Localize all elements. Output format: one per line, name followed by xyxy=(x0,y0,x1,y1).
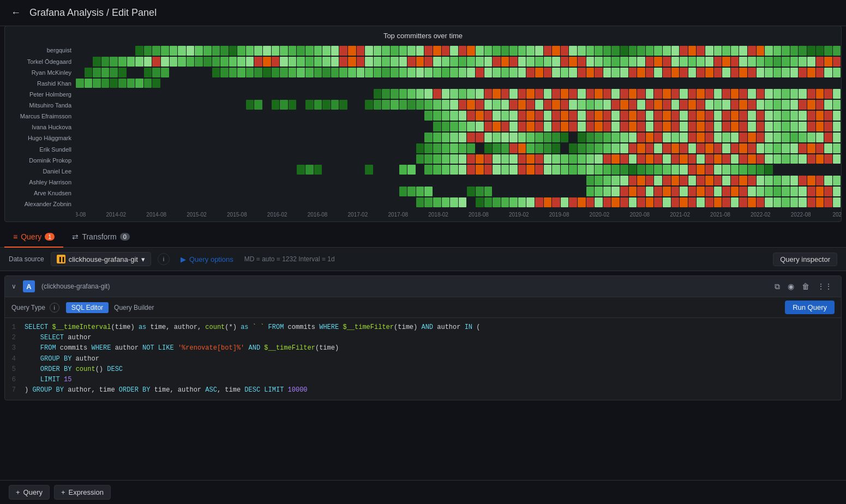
query-inspector-button[interactable]: Query inspector xyxy=(773,253,837,266)
heatmap-cell xyxy=(450,79,458,88)
heatmap-cell xyxy=(365,133,373,142)
query-type-info-button[interactable]: i xyxy=(50,303,59,313)
heatmap-cell xyxy=(697,165,705,175)
heatmap-cell xyxy=(459,68,467,77)
heatmap-cell xyxy=(357,187,365,196)
more-options-button[interactable]: ⋮⋮ xyxy=(815,281,835,292)
label-arve: Arve Knudsen xyxy=(5,190,71,197)
datasource-select[interactable]: ▐▐ clickhouse-grafana-git ▾ xyxy=(51,252,151,266)
heatmap-cell xyxy=(739,165,747,175)
heatmap-cell xyxy=(739,57,747,67)
add-expression-button[interactable]: + Expression xyxy=(54,485,111,500)
heatmap-cell xyxy=(170,133,178,142)
heatmap-cell xyxy=(476,154,484,164)
heatmap-cell xyxy=(118,176,127,185)
collapse-button[interactable]: ∨ xyxy=(11,283,16,290)
heatmap-cell xyxy=(246,176,254,185)
heatmap-cell xyxy=(416,100,424,110)
heatmap-cell xyxy=(85,46,93,56)
heatmap-cell xyxy=(348,154,356,164)
x-axis-label: 2020-02 xyxy=(590,212,610,218)
heatmap-cell xyxy=(739,187,747,196)
heatmap-cell xyxy=(688,111,697,121)
heatmap-cell xyxy=(476,79,484,88)
transform-tab-label: Transform xyxy=(82,232,116,241)
query-options-toggle[interactable]: ▶ Query options xyxy=(176,253,238,266)
heatmap-cell xyxy=(305,68,314,77)
heatmap-cell xyxy=(442,154,450,164)
heatmap-cell xyxy=(391,133,399,142)
heatmap-cell xyxy=(433,143,441,153)
x-axis-label: 2023-0 xyxy=(832,212,841,218)
heatmap-cell xyxy=(76,154,84,164)
heatmap-cell xyxy=(697,122,705,131)
heatmap-cell xyxy=(552,46,560,56)
heatmap-cell xyxy=(254,111,262,121)
x-axis-label: 2014-02 xyxy=(106,212,126,218)
heatmap-cell xyxy=(229,68,237,77)
datasource-info-button[interactable]: i xyxy=(158,253,170,265)
heatmap-cell xyxy=(611,111,620,121)
heatmap-cell xyxy=(782,176,790,185)
heatmap-cell xyxy=(654,122,662,131)
tab-query[interactable]: ≡ Query 1 xyxy=(4,227,63,248)
heatmap-cell xyxy=(178,187,186,196)
heatmap-cell xyxy=(220,187,229,196)
heatmap-cell xyxy=(807,46,815,56)
heatmap-cell xyxy=(203,197,212,207)
heatmap-cell xyxy=(680,176,688,185)
heatmap-cell xyxy=(178,57,186,67)
heatmap-cell xyxy=(263,122,271,131)
heatmap-cell xyxy=(722,57,730,67)
heatmap-cell xyxy=(790,143,799,153)
heatmap-cell xyxy=(637,187,645,196)
heatmap-row xyxy=(76,78,841,89)
heatmap-cell xyxy=(442,68,450,77)
heatmap-cell xyxy=(620,154,628,164)
heatmap-cell xyxy=(357,122,365,131)
back-button[interactable]: ← xyxy=(9,5,23,21)
heatmap-cell xyxy=(314,165,322,175)
heatmap-cell xyxy=(220,133,229,142)
copy-query-button[interactable]: ⧉ xyxy=(772,281,782,292)
heatmap-cell xyxy=(135,57,143,67)
heatmap-cell xyxy=(569,154,577,164)
toggle-visibility-button[interactable]: ◉ xyxy=(785,281,796,292)
query-builder-tab[interactable]: Query Builder xyxy=(109,302,159,313)
heatmap-cell xyxy=(229,176,237,185)
heatmap-cell xyxy=(348,187,356,196)
heatmap-cell xyxy=(382,133,390,142)
heatmap-cell xyxy=(748,46,756,56)
heatmap-cell xyxy=(433,57,441,67)
heatmap-cell xyxy=(93,143,101,153)
heatmap-cell xyxy=(305,154,314,164)
tab-transform[interactable]: ⇄ Transform 0 xyxy=(63,227,138,248)
heatmap-cell xyxy=(424,122,433,131)
heatmap-cell xyxy=(212,197,220,207)
heatmap-cell xyxy=(773,46,782,56)
heatmap-cell xyxy=(603,154,611,164)
heatmap-cell xyxy=(807,100,815,110)
heatmap-cell xyxy=(407,68,416,77)
heatmap-cell xyxy=(765,143,773,153)
heatmap-cell xyxy=(731,57,739,67)
heatmap-cell xyxy=(833,197,841,207)
code-editor[interactable]: 1 SELECT $__timeInterval(time) as time, … xyxy=(5,318,841,400)
heatmap-cell xyxy=(790,46,799,56)
heatmap-cell xyxy=(374,187,382,196)
heatmap-cell xyxy=(595,197,603,207)
sql-editor-tab[interactable]: SQL Editor xyxy=(66,302,109,313)
heatmap-cell xyxy=(595,122,603,131)
heatmap-cell xyxy=(816,154,824,164)
heatmap-cell xyxy=(484,154,493,164)
heatmap-cell xyxy=(272,143,280,153)
heatmap-cell xyxy=(535,143,543,153)
add-query-button[interactable]: + Query xyxy=(9,485,50,500)
heatmap-cell xyxy=(187,111,195,121)
heatmap-cell xyxy=(322,197,331,207)
run-query-button[interactable]: Run Query xyxy=(785,301,835,314)
heatmap-cell xyxy=(654,154,662,164)
heatmap-cell xyxy=(739,154,747,164)
heatmap-cell xyxy=(782,111,790,121)
delete-query-button[interactable]: 🗑 xyxy=(800,281,812,292)
